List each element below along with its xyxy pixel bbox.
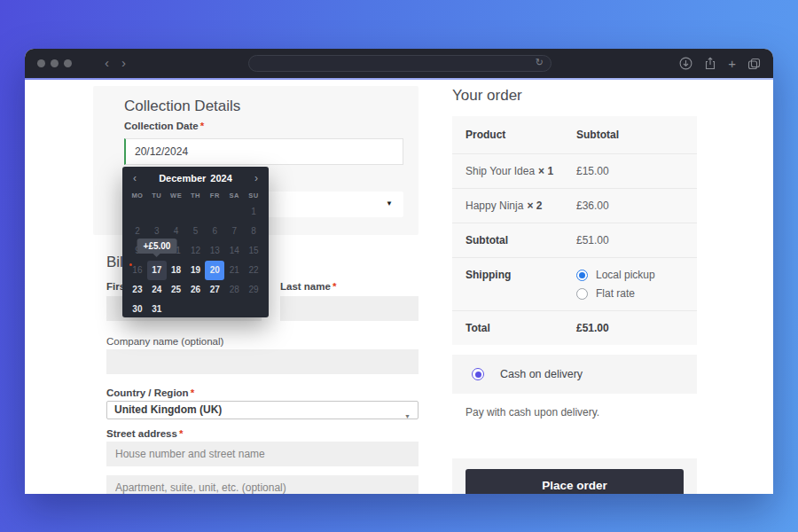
collection-date-label: Collection Date* bbox=[124, 121, 204, 131]
place-order-section: Place order bbox=[452, 458, 697, 494]
calendar-day-13: 13 bbox=[205, 241, 224, 261]
place-order-button[interactable]: Place order bbox=[466, 469, 684, 494]
zoom-window-button[interactable] bbox=[64, 59, 72, 67]
shipping-option-local-pickup[interactable]: Local pickup bbox=[576, 269, 684, 281]
shipping-radio-0[interactable] bbox=[576, 270, 588, 281]
calendar-prev-icon[interactable]: ‹ bbox=[133, 172, 137, 184]
calendar-day-24[interactable]: 24 bbox=[147, 280, 167, 300]
calendar-weekday: FR bbox=[205, 190, 224, 202]
new-tab-icon[interactable]: + bbox=[728, 57, 736, 70]
shipping-option-label: Local pickup bbox=[596, 269, 655, 281]
shipping-option-flat-rate[interactable]: Flat rate bbox=[576, 287, 684, 300]
calendar-day-empty bbox=[224, 202, 244, 222]
product-column-header: Product bbox=[466, 129, 576, 141]
payment-method-label: Cash on delivery bbox=[500, 368, 583, 380]
calendar-day-22: 22 bbox=[244, 261, 263, 280]
calendar-weekday: WE bbox=[167, 190, 186, 202]
total-value: £51.00 bbox=[576, 322, 684, 334]
company-name-input[interactable] bbox=[106, 349, 419, 374]
calendar-weekday: MO bbox=[128, 190, 147, 202]
share-icon[interactable] bbox=[704, 57, 716, 70]
calendar-day-18[interactable]: 18 bbox=[167, 261, 186, 280]
calendar-day-17[interactable]: 17 bbox=[147, 261, 167, 280]
subtotal-column-header: Subtotal bbox=[576, 129, 684, 141]
date-fee-tooltip: +£5.00 bbox=[137, 239, 177, 254]
country-region-value: United Kingdom (UK) bbox=[114, 403, 222, 416]
calendar-day-empty bbox=[186, 202, 206, 222]
close-window-button[interactable] bbox=[37, 59, 45, 67]
company-name-label: Company name (optional) bbox=[106, 336, 223, 347]
required-asterisk: * bbox=[200, 121, 204, 131]
calendar-next-icon[interactable]: › bbox=[254, 172, 258, 184]
calendar-day-6: 6 bbox=[205, 222, 224, 241]
calendar-day-8: 8 bbox=[244, 222, 263, 241]
order-item-subtotal: £15.00 bbox=[576, 165, 684, 177]
country-region-select[interactable]: United Kingdom (UK) ▼ bbox=[106, 401, 419, 419]
shipping-label: Shipping bbox=[466, 269, 576, 281]
order-subtotal-row: Subtotal £51.00 bbox=[452, 223, 697, 258]
address-bar[interactable]: ↻ bbox=[248, 55, 552, 72]
last-name-input[interactable] bbox=[280, 296, 419, 321]
calendar-day-19[interactable]: 19 bbox=[186, 261, 206, 280]
subtotal-label: Subtotal bbox=[466, 234, 576, 246]
calendar-day-5: 5 bbox=[186, 222, 206, 241]
calendar-weekdays: MOTUWETHFRSASU bbox=[122, 190, 269, 202]
calendar-day-20[interactable]: 20 bbox=[205, 261, 224, 280]
last-name-label: Last name* bbox=[280, 281, 336, 292]
order-total-row: Total £51.00 bbox=[452, 311, 697, 345]
payment-method-cod[interactable]: Cash on delivery bbox=[452, 355, 697, 394]
subtotal-value: £51.00 bbox=[576, 234, 684, 246]
your-order-heading: Your order bbox=[452, 87, 522, 105]
calendar-day-16: 16 bbox=[128, 261, 147, 280]
calendar-month-title: December2024 bbox=[159, 173, 232, 184]
datepicker-popup: ‹ December2024 › MOTUWETHFRSASU 12345678… bbox=[122, 167, 269, 317]
chevron-down-icon: ▼ bbox=[386, 200, 393, 207]
payment-radio[interactable] bbox=[472, 368, 484, 380]
order-item-row: Ship Your Idea× 1 £15.00 bbox=[452, 154, 697, 189]
browser-toolbar: ‹ › ↻ + bbox=[25, 49, 773, 78]
minimize-window-button[interactable] bbox=[51, 59, 59, 67]
browser-window: ‹ › ↻ + bbox=[25, 49, 773, 494]
today-marker-dot bbox=[129, 263, 132, 266]
calendar-day-30[interactable]: 30 bbox=[128, 300, 147, 319]
calendar-day-26[interactable]: 26 bbox=[186, 280, 206, 300]
back-icon[interactable]: ‹ bbox=[105, 55, 109, 70]
shipping-row: Shipping Local pickup Flat rate bbox=[452, 258, 697, 311]
calendar-day-1: 1 bbox=[244, 202, 263, 222]
total-label: Total bbox=[466, 322, 576, 334]
calendar-day-27[interactable]: 27 bbox=[205, 280, 224, 300]
required-asterisk: * bbox=[332, 281, 336, 292]
calendar-day-28: 28 bbox=[224, 280, 244, 300]
collection-date-input[interactable] bbox=[124, 138, 403, 165]
street-address-input[interactable] bbox=[106, 442, 419, 466]
calendar-day-31[interactable]: 31 bbox=[147, 300, 167, 319]
order-item-row: Happy Ninja× 2 £36.00 bbox=[452, 189, 697, 223]
order-item-qty: × 2 bbox=[527, 200, 542, 212]
shipping-radio-1[interactable] bbox=[576, 288, 588, 300]
calendar-day-empty bbox=[147, 202, 167, 222]
window-controls[interactable] bbox=[37, 59, 72, 67]
calendar-day-empty bbox=[167, 202, 186, 222]
payment-description: Pay with cash upon delivery. bbox=[466, 406, 599, 419]
collection-details-heading: Collection Details bbox=[124, 98, 240, 115]
calendar-day-empty bbox=[205, 202, 224, 222]
calendar-weekday: TH bbox=[186, 190, 206, 202]
order-item-qty: × 1 bbox=[538, 165, 553, 177]
calendar-day-7: 7 bbox=[224, 222, 244, 241]
country-region-label: Country / Region* bbox=[106, 387, 194, 398]
order-item-name: Ship Your Idea bbox=[466, 165, 535, 177]
calendar-weekday: SA bbox=[224, 190, 244, 202]
calendar-day-15: 15 bbox=[244, 241, 263, 261]
download-icon[interactable] bbox=[679, 57, 692, 70]
forward-icon[interactable]: › bbox=[121, 55, 126, 70]
desktop-background: ‹ › ↻ + bbox=[0, 0, 798, 532]
checkout-page: Collection Details Collection Date* ▼ Bi… bbox=[25, 80, 773, 494]
calendar-day-23[interactable]: 23 bbox=[128, 280, 147, 300]
chevron-down-icon: ▼ bbox=[404, 408, 411, 425]
calendar-day-25[interactable]: 25 bbox=[167, 280, 186, 300]
street-address-2-input[interactable] bbox=[106, 475, 419, 494]
reload-icon[interactable]: ↻ bbox=[536, 57, 544, 68]
calendar-day-21: 21 bbox=[224, 261, 244, 280]
shipping-option-label: Flat rate bbox=[596, 287, 635, 300]
tabs-overview-icon[interactable] bbox=[747, 58, 761, 70]
